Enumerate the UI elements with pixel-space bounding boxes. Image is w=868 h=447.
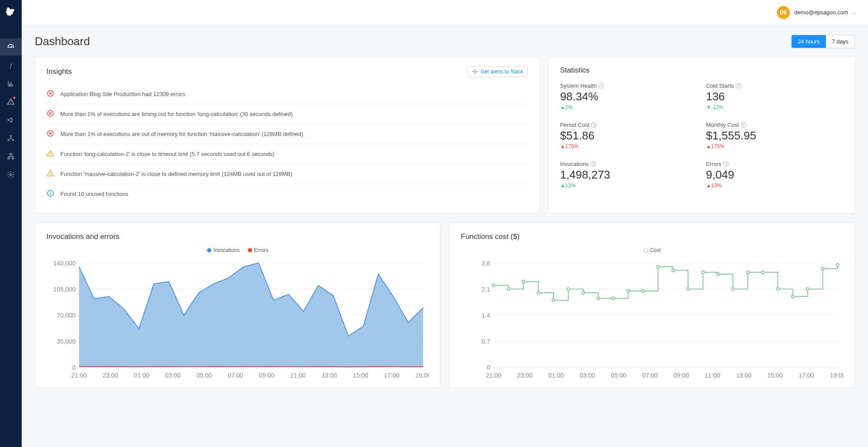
sidebar: f	[0, 0, 22, 447]
error-icon	[46, 129, 54, 139]
info-icon	[46, 189, 54, 199]
invocations-chart-card: Invocations and errors Invocations Error…	[35, 222, 441, 388]
nav-announce[interactable]	[0, 111, 22, 129]
user-email: demo@epsagon.com	[794, 9, 848, 16]
stat-label: Period Cost ?	[560, 122, 697, 128]
svg-rect-12	[8, 158, 10, 159]
svg-point-90	[746, 271, 749, 274]
chart-1-legend: Invocations Errors	[46, 247, 429, 253]
nav-functions[interactable]: f	[0, 56, 22, 74]
insights-card: Insights Get alerts to Slack Application…	[35, 56, 539, 214]
stat-value: 136	[706, 90, 843, 103]
svg-point-94	[806, 288, 809, 290]
chevron-down-icon: ⌄	[852, 10, 856, 15]
stat-delta: ▲175%	[560, 143, 697, 149]
user-menu[interactable]: DE demo@epsagon.com ⌄	[777, 6, 856, 19]
svg-rect-4	[10, 82, 11, 86]
svg-text:15:00: 15:00	[353, 372, 368, 379]
svg-text:17:00: 17:00	[799, 372, 814, 379]
help-icon[interactable]: ?	[736, 83, 741, 89]
svg-text:23:00: 23:00	[102, 372, 118, 379]
svg-rect-11	[10, 153, 12, 155]
svg-point-7	[10, 103, 11, 104]
stat-label: Cold Starts ?	[706, 83, 843, 89]
nav-metrics[interactable]	[0, 75, 22, 92]
svg-text:19:00: 19:00	[830, 372, 843, 379]
svg-text:01:00: 01:00	[548, 372, 564, 379]
svg-point-91	[761, 271, 764, 274]
svg-text:17:00: 17:00	[384, 372, 400, 379]
svg-text:05:00: 05:00	[197, 372, 212, 379]
svg-point-80	[597, 297, 599, 300]
cost-chart[interactable]: 00.71.42.12.821:0023:0001:0003:0005:0007…	[461, 256, 843, 380]
svg-point-95	[821, 267, 824, 270]
insight-row[interactable]: Function 'massive-calculation-2' is clos…	[46, 164, 528, 184]
stat-block: Errors ? 9,049 ▲13%	[706, 161, 843, 189]
insight-text: Found 10 unused functions	[60, 191, 128, 197]
time-24h-button[interactable]: 24 hours	[792, 35, 826, 48]
svg-point-92	[776, 288, 779, 290]
svg-text:0: 0	[487, 364, 490, 371]
svg-point-9	[8, 139, 9, 141]
stat-block: Cold Starts ? 136 ▼-12%	[706, 83, 843, 110]
svg-text:2.8: 2.8	[482, 260, 490, 267]
chart-title-1: Invocations and errors	[46, 232, 429, 241]
svg-text:15:00: 15:00	[767, 372, 783, 379]
svg-text:01:00: 01:00	[134, 372, 149, 379]
insight-row[interactable]: Application Blog Site Production had 123…	[46, 84, 528, 104]
help-icon[interactable]: ?	[741, 122, 746, 128]
stat-delta: ▲13%	[706, 182, 843, 189]
svg-point-83	[642, 289, 644, 292]
insight-row[interactable]: More than 1% of executions are out of me…	[46, 124, 528, 144]
stat-delta: ▲12%	[560, 182, 697, 189]
legend-errors: Errors	[254, 247, 269, 253]
slack-icon	[472, 69, 478, 75]
insight-row[interactable]: Found 10 unused functions	[46, 184, 528, 204]
insight-row[interactable]: Function 'long-calculation-2' is close t…	[46, 144, 528, 164]
svg-text:09:00: 09:00	[674, 372, 689, 379]
svg-text:03:00: 03:00	[165, 372, 181, 379]
statistics-card: Statistics System Health ? 98.34% ▲2% Co…	[548, 56, 855, 214]
svg-text:07:00: 07:00	[228, 372, 243, 379]
logo-icon	[5, 6, 16, 17]
page-title: Dashboard	[35, 35, 90, 48]
cost-chart-card: Functions cost ($) Cost 00.71.42.12.821:…	[449, 222, 855, 388]
svg-point-23	[50, 155, 51, 156]
time-7d-button[interactable]: 7 days	[826, 35, 855, 48]
stat-delta: ▲2%	[560, 104, 697, 110]
nav-architecture[interactable]	[0, 148, 22, 165]
stat-label: Errors ?	[706, 161, 843, 167]
slack-alerts-button[interactable]: Get alerts to Slack	[467, 66, 528, 77]
insight-row[interactable]: More than 1% of executions are timing ou…	[46, 104, 528, 124]
nav-traces[interactable]	[0, 129, 22, 147]
svg-text:1.4: 1.4	[482, 312, 490, 319]
stat-label: System Health ?	[560, 83, 697, 89]
help-icon[interactable]: ?	[590, 161, 596, 167]
svg-point-82	[627, 289, 629, 292]
svg-point-76	[537, 291, 539, 294]
svg-point-86	[687, 288, 689, 290]
svg-point-85	[672, 269, 674, 272]
svg-point-81	[612, 297, 615, 300]
stats-title: Statistics	[560, 66, 843, 75]
invocations-chart[interactable]: 035,00070,000105,000140,00021:0023:0001:…	[46, 256, 429, 380]
svg-text:13:00: 13:00	[736, 372, 752, 379]
svg-text:19:00: 19:00	[415, 372, 429, 379]
warn-icon	[46, 169, 54, 179]
warn-icon	[46, 149, 54, 159]
svg-point-78	[567, 288, 569, 290]
nav-alerts[interactable]	[0, 93, 22, 110]
nav-settings[interactable]	[0, 166, 22, 183]
svg-text:05:00: 05:00	[611, 372, 627, 379]
svg-point-10	[13, 139, 14, 141]
stat-label: Monthly Cost ?	[706, 122, 843, 128]
insight-text: More than 1% of executions are timing ou…	[60, 111, 293, 117]
help-icon[interactable]: ?	[591, 122, 597, 128]
insight-text: Function 'long-calculation-2' is close t…	[60, 151, 274, 157]
stat-block: System Health ? 98.34% ▲2%	[560, 83, 697, 110]
help-icon[interactable]: ?	[598, 83, 604, 89]
svg-text:07:00: 07:00	[642, 372, 658, 379]
nav-dashboard[interactable]	[0, 38, 22, 56]
svg-point-14	[10, 174, 12, 176]
help-icon[interactable]: ?	[723, 161, 729, 167]
